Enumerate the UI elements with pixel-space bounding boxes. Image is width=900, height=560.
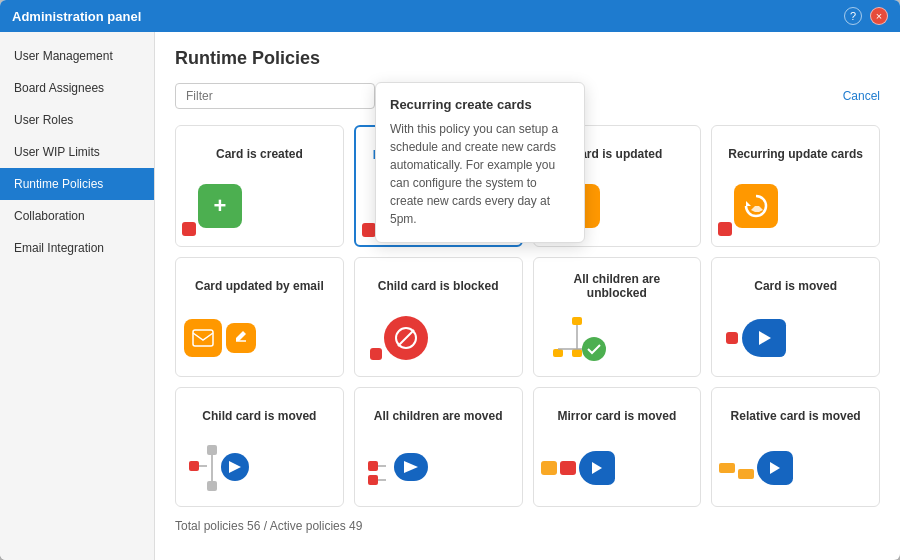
main-content: Runtime Policies Cancel Recurring create… (155, 32, 900, 560)
svg-rect-11 (572, 349, 582, 357)
svg-rect-5 (193, 330, 213, 346)
policy-card-moved-icon (722, 312, 790, 364)
policy-card-created-icon: + (186, 180, 254, 232)
policy-card-blocked-icon (365, 312, 433, 364)
edit-small-svg (233, 330, 249, 346)
policy-card-child-moved-title: Child card is moved (186, 400, 333, 432)
policy-card-mirror-moved-title: Mirror card is moved (544, 400, 691, 432)
svg-rect-17 (189, 461, 199, 471)
sidebar-item-user-wip-limits[interactable]: User WIP Limits (0, 136, 154, 168)
policy-card-all-children-moved-title: All children are moved (365, 400, 512, 432)
tooltip-title: Recurring create cards (390, 97, 570, 112)
title-bar-actions: ? × (844, 7, 888, 25)
svg-marker-4 (746, 201, 751, 206)
policy-card-recurring-update[interactable]: Recurring update cards (711, 125, 880, 247)
svg-rect-10 (553, 349, 563, 357)
filter-input[interactable] (175, 83, 375, 109)
policy-card-child-moved[interactable]: Child card is moved (175, 387, 344, 507)
sidebar-item-runtime-policies[interactable]: Runtime Policies (0, 168, 154, 200)
policy-card-child-moved-icon (186, 442, 254, 494)
policy-card-unblocked-title: All children are unblocked (544, 270, 691, 302)
window-title: Administration panel (12, 9, 844, 24)
svg-line-8 (398, 330, 414, 346)
sidebar-item-collaboration[interactable]: Collaboration (0, 200, 154, 232)
policy-card-created[interactable]: Card is created + (175, 125, 344, 247)
svg-rect-25 (368, 475, 378, 485)
svg-marker-16 (759, 331, 771, 345)
policy-card-mirror-moved-icon (544, 442, 612, 494)
policy-card-email-title: Card updated by email (186, 270, 333, 302)
sidebar-item-board-assignees[interactable]: Board Assignees (0, 72, 154, 104)
policy-card-blocked-title: Child card is blocked (365, 270, 512, 302)
sidebar-item-email-integration[interactable]: Email Integration (0, 232, 154, 264)
policy-card-recurring-update-icon (722, 180, 790, 232)
all-children-svg (366, 443, 432, 493)
recur-update-svg (742, 192, 770, 220)
policy-card-blocked[interactable]: Child card is blocked (354, 257, 523, 377)
mirror-arrow-svg (588, 459, 606, 477)
policy-card-relative-moved[interactable]: Relative card is moved (711, 387, 880, 507)
policy-card-created-title: Card is created (186, 138, 333, 170)
sidebar-item-user-management[interactable]: User Management (0, 40, 154, 72)
svg-rect-19 (207, 445, 217, 455)
policy-card-moved-title: Card is moved (722, 270, 869, 302)
policy-card-relative-moved-icon (722, 442, 790, 494)
svg-rect-9 (572, 317, 582, 325)
tooltip-body: With this policy you can setup a schedul… (390, 120, 570, 228)
close-button[interactable]: × (870, 7, 888, 25)
policy-card-all-children-moved[interactable]: All children are moved (354, 387, 523, 507)
policy-card-email[interactable]: Card updated by email (175, 257, 344, 377)
page-title: Runtime Policies (175, 48, 880, 69)
mail-svg (192, 329, 214, 347)
policy-card-relative-moved-title: Relative card is moved (722, 400, 869, 432)
policy-card-unblocked[interactable]: All children are unblocked (533, 257, 702, 377)
status-footer: Total policies 56 / Active policies 49 (175, 519, 880, 533)
svg-marker-30 (592, 462, 602, 474)
policy-card-all-children-moved-icon (365, 442, 433, 494)
policy-card-recurring-update-title: Recurring update cards (722, 138, 869, 170)
sidebar: User Management Board Assignees User Rol… (0, 32, 155, 560)
policy-card-email-icon (186, 312, 254, 364)
panel-body: User Management Board Assignees User Rol… (0, 32, 900, 560)
sidebar-item-user-roles[interactable]: User Roles (0, 104, 154, 136)
help-button[interactable]: ? (844, 7, 862, 25)
unblocked-svg (548, 315, 608, 361)
policy-card-unblocked-icon (544, 312, 612, 364)
administration-panel-window: Administration panel ? × User Management… (0, 0, 900, 560)
svg-point-15 (582, 337, 606, 361)
policy-card-moved[interactable]: Card is moved (711, 257, 880, 377)
policy-card-mirror-moved[interactable]: Mirror card is moved (533, 387, 702, 507)
title-bar: Administration panel ? × (0, 0, 900, 32)
child-moved-svg (187, 443, 253, 493)
rel-arrow-svg (766, 459, 784, 477)
cancel-link[interactable]: Cancel (843, 89, 880, 103)
svg-rect-24 (368, 461, 378, 471)
svg-marker-31 (770, 462, 780, 474)
block-svg (394, 326, 418, 350)
arrow-svg (753, 327, 775, 349)
svg-rect-21 (207, 481, 217, 491)
tooltip: Recurring create cards With this policy … (375, 82, 585, 243)
